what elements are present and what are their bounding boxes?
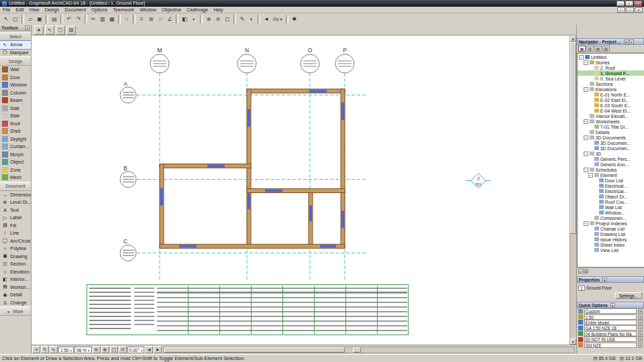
schedule-drawing[interactable] — [87, 284, 409, 335]
toolbar-button[interactable] — [233, 15, 236, 23]
tree-expand-icon[interactable]: − — [584, 87, 588, 92]
tree-item[interactable]: Electrical... — [578, 188, 644, 194]
tool-label[interactable]: ▷ Label — [0, 214, 31, 222]
tool-mesh[interactable]: Mesh — [0, 174, 31, 182]
options-icon[interactable]: ✱ — [290, 15, 299, 24]
tool-window[interactable]: Window — [0, 81, 31, 89]
tree-expand-icon[interactable]: − — [584, 135, 588, 140]
toolbar-button[interactable] — [286, 15, 288, 23]
tree-item[interactable]: 2. Roof — [578, 65, 644, 70]
tool-change[interactable]: Δ Change — [0, 299, 31, 307]
go-menu[interactable]: Go ▾ — [271, 15, 284, 24]
nav-settings-icon[interactable]: ≡ — [578, 269, 583, 274]
arrow-icon[interactable]: ↖ — [50, 346, 58, 353]
toolbar-button[interactable] — [258, 15, 260, 23]
tree-item[interactable]: − Element — [578, 172, 644, 178]
tree-item[interactable]: E-03 South E... — [578, 103, 644, 108]
chevron-down-icon[interactable]: ▾ — [638, 337, 643, 342]
tool-shell[interactable]: Shell — [0, 127, 31, 135]
print-icon[interactable]: ▤ — [50, 15, 59, 24]
tree-item[interactable]: Change List — [578, 226, 644, 231]
toolbox-close-icon[interactable]: × — [25, 25, 30, 30]
tree-expand-icon[interactable]: − — [584, 152, 588, 156]
properties-header[interactable]: Properties ▾ — [577, 276, 644, 283]
tree-expand-icon[interactable]: − — [584, 221, 588, 226]
search-icon[interactable]: ○ — [122, 15, 131, 24]
publisher-icon[interactable]: ▧ — [602, 46, 610, 52]
close-button[interactable]: × — [634, 1, 642, 6]
tool-polyline[interactable]: ≈ Polyline — [0, 245, 31, 253]
snap-grid-icon[interactable]: ⊞ — [146, 15, 156, 24]
group-icon[interactable]: ◧ — [180, 15, 189, 24]
tool-column[interactable]: Column — [0, 89, 31, 97]
vertical-scrollbar[interactable]: ▲ ▼ — [570, 36, 576, 345]
tree-item[interactable]: 3D Documen... — [578, 140, 644, 145]
nav-new-icon[interactable]: ⊞ — [584, 269, 588, 274]
toolbar-button[interactable] — [133, 15, 136, 23]
tree-expand-icon[interactable]: − — [584, 60, 588, 65]
go-previous-icon[interactable]: ◄ — [262, 15, 271, 24]
orientation-select[interactable]: 0.00° — [127, 347, 145, 353]
toolbox-header[interactable]: Toolbox × — [0, 25, 31, 32]
tree-item[interactable]: 0. Sea Level — [578, 76, 644, 81]
chevron-down-icon[interactable]: ▾ — [638, 308, 643, 314]
tool-object[interactable]: Object — [0, 158, 31, 166]
view-map-icon[interactable]: ▥ — [586, 46, 594, 52]
tool-interior-elevation[interactable]: ◧ Interior... — [0, 276, 31, 284]
tree-item[interactable]: − 3D Documents — [578, 135, 644, 140]
tool-arrow[interactable]: ↖ Arrow — [0, 41, 31, 49]
toolbox-section-more[interactable]: More — [0, 306, 31, 316]
tree-item[interactable]: E-02 East El... — [578, 97, 644, 103]
tree-item[interactable]: Details — [578, 129, 644, 135]
capture-icon[interactable]: ▨ — [66, 25, 76, 35]
scale-select[interactable]: 1:50 ▾ — [577, 314, 644, 319]
menu-item[interactable]: Teamwork — [110, 7, 137, 13]
tree-item[interactable]: − Elevations — [578, 86, 644, 92]
tree-item[interactable]: Generic Pers... — [578, 156, 644, 162]
tree-item[interactable]: E-04 West El... — [578, 108, 644, 113]
vertical-scroll-thumb[interactable] — [570, 42, 576, 234]
tool-worksheet[interactable]: ▤ Worksh... — [0, 284, 31, 292]
toolbar-button[interactable] — [46, 15, 48, 23]
marquee-tool-icon[interactable]: ▢ — [11, 15, 20, 24]
elevation-marker[interactable]: 2 301 — [466, 174, 490, 188]
menu-item[interactable]: Document — [62, 7, 89, 13]
settings-button[interactable]: Settings... — [615, 292, 642, 299]
zoom-select[interactable]: 96 % — [74, 347, 91, 353]
toolbox-section-select[interactable]: Select — [0, 32, 31, 41]
tool-stair[interactable]: Stair — [0, 112, 31, 120]
menu-item[interactable]: Design — [42, 7, 62, 13]
save-icon[interactable]: ▣ — [35, 15, 44, 24]
story-number-field[interactable]: 1 — [578, 286, 585, 291]
tool-detail[interactable]: ◉ Detail — [0, 291, 31, 299]
tree-item[interactable]: T-01 Title Dr... — [578, 124, 644, 129]
tree-item-ground-floor[interactable]: 1. Ground F... — [578, 70, 644, 76]
toolbar-button[interactable] — [21, 15, 24, 23]
tree-item[interactable]: Issue History — [578, 237, 644, 242]
toolbar-button[interactable] — [200, 15, 203, 23]
chevron-down-icon[interactable]: ▾ — [638, 325, 643, 330]
scroll-down-icon[interactable]: ▼ — [570, 339, 576, 345]
quick-options-header[interactable]: Quick Options ▾ — [577, 302, 644, 308]
tree-item[interactable]: Door List — [578, 178, 644, 183]
tree-item[interactable]: Componen... — [578, 215, 644, 221]
tree-item[interactable]: − Project Indexes — [578, 221, 644, 226]
tool-text[interactable]: A Text — [0, 206, 31, 215]
arrow-tool-icon[interactable]: ↖ — [1, 15, 11, 24]
tool-roof[interactable]: Roof — [0, 120, 31, 128]
tool-line[interactable]: ∕ Line — [0, 229, 31, 237]
title-bar[interactable]: Untitled - Graphisoft ArchiCAD-64 18 - [… — [0, 0, 644, 7]
menu-item[interactable]: Objective — [159, 7, 184, 13]
tool-morph[interactable]: Morph — [0, 151, 31, 159]
tree-item[interactable]: E-01 North E... — [578, 92, 644, 97]
tool-wall[interactable]: Wall — [0, 66, 31, 74]
paste-icon[interactable]: ▦ — [107, 15, 117, 24]
toolbox-section-document[interactable]: Document — [0, 182, 31, 191]
pen-set-icon[interactable]: ✎ — [41, 346, 49, 353]
copy-icon[interactable]: ▥ — [98, 15, 107, 24]
horizontal-scrollbar[interactable] — [163, 347, 574, 353]
menu-item[interactable]: Edit — [13, 7, 26, 13]
project-map-icon[interactable]: ▦ — [578, 46, 586, 52]
zoom-out-icon[interactable]: ⊖ — [213, 15, 223, 24]
tool-fill[interactable]: ▨ Fill — [0, 222, 31, 230]
